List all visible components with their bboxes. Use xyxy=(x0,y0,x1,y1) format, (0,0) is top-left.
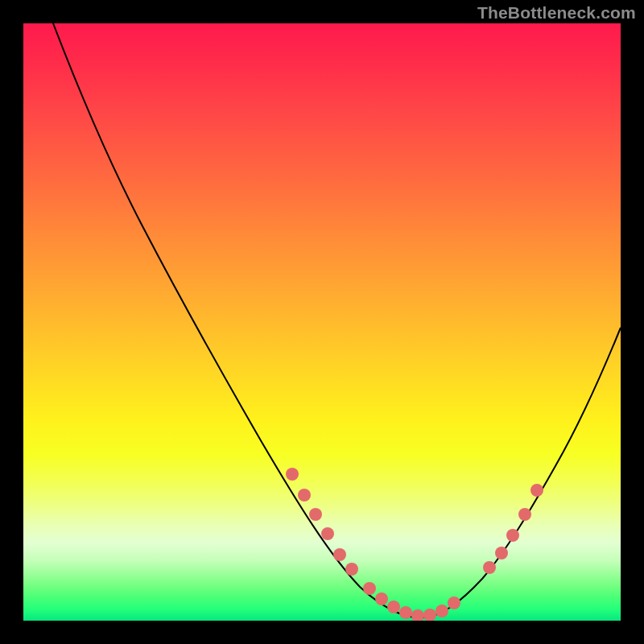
svg-point-12 xyxy=(436,605,448,617)
svg-point-16 xyxy=(506,529,519,542)
svg-point-5 xyxy=(345,563,358,576)
svg-point-10 xyxy=(411,609,424,621)
svg-point-2 xyxy=(309,508,322,521)
svg-point-8 xyxy=(387,601,400,613)
svg-point-0 xyxy=(286,468,299,481)
plot-area xyxy=(23,23,621,621)
chart-svg xyxy=(23,23,621,621)
bottleneck-curve xyxy=(53,23,621,617)
svg-point-14 xyxy=(483,561,496,574)
svg-point-1 xyxy=(298,489,311,502)
svg-point-15 xyxy=(495,547,508,559)
svg-point-9 xyxy=(399,606,412,619)
svg-point-13 xyxy=(448,597,460,609)
svg-point-7 xyxy=(375,592,388,605)
marker-left-cluster xyxy=(286,468,358,576)
svg-point-17 xyxy=(518,508,531,521)
svg-point-18 xyxy=(530,484,543,497)
marker-bottom-cluster xyxy=(363,582,460,621)
svg-point-4 xyxy=(333,548,346,561)
marker-right-cluster xyxy=(483,484,543,574)
svg-point-3 xyxy=(321,527,334,540)
chart-frame: TheBottleneck.com xyxy=(0,0,644,644)
watermark-text: TheBottleneck.com xyxy=(477,3,636,23)
svg-point-6 xyxy=(363,582,376,595)
svg-point-11 xyxy=(423,609,436,621)
